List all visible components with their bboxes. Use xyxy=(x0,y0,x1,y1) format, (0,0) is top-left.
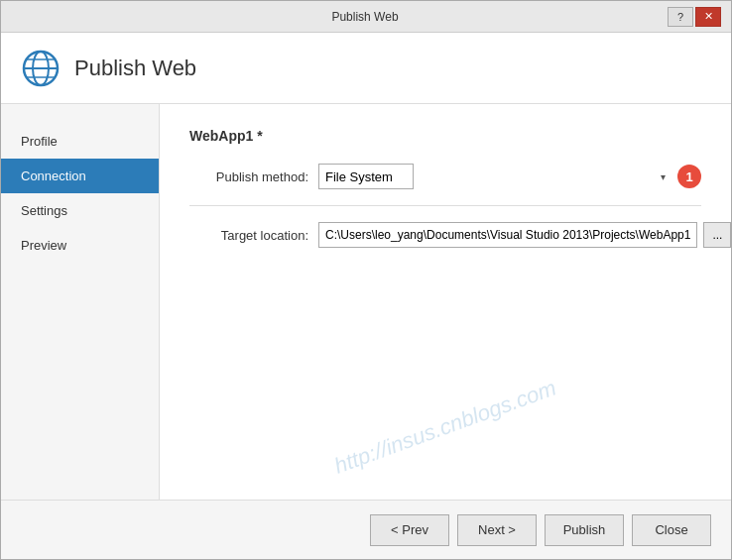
close-button[interactable]: Close xyxy=(632,514,711,546)
target-location-row: Target location: C:\Users\leo_yang\Docum… xyxy=(189,222,701,248)
publish-button[interactable]: Publish xyxy=(545,514,624,546)
sidebar-item-settings[interactable]: Settings xyxy=(1,193,159,228)
next-button[interactable]: Next > xyxy=(457,514,537,546)
sidebar-item-preview[interactable]: Preview xyxy=(1,228,159,263)
publish-method-dropdown-wrapper: File System ▾ xyxy=(318,164,671,189)
help-button[interactable]: ? xyxy=(668,7,693,27)
watermark: http://insus.cnblogs.com xyxy=(331,375,560,479)
publish-method-row: Publish method: File System ▾ 1 xyxy=(189,164,701,189)
header-title: Publish Web xyxy=(74,56,196,81)
content-area: Profile Connection Settings Preview WebA… xyxy=(1,104,731,500)
dialog-header: Publish Web xyxy=(1,33,731,104)
prev-button[interactable]: < Prev xyxy=(370,514,449,546)
sidebar: Profile Connection Settings Preview xyxy=(1,104,160,500)
dialog-title: Publish Web xyxy=(62,10,668,24)
badge-1: 1 xyxy=(677,165,701,188)
dropdown-arrow-icon: ▾ xyxy=(661,171,666,182)
target-location-label: Target location: xyxy=(189,228,308,243)
close-title-button[interactable]: ✕ xyxy=(695,7,721,27)
title-bar-controls: ? ✕ xyxy=(668,7,721,27)
publish-web-dialog: Publish Web ? ✕ Publish Web Profile Co xyxy=(0,0,732,560)
main-panel: WebApp1 * Publish method: File System ▾ … xyxy=(160,104,731,500)
separator xyxy=(189,205,701,206)
dialog-footer: < Prev Next > Publish Close xyxy=(1,500,731,559)
publish-method-label: Publish method: xyxy=(189,169,308,184)
browse-button[interactable]: ... xyxy=(703,222,731,248)
sidebar-item-connection[interactable]: Connection xyxy=(1,159,159,193)
section-title: WebApp1 * xyxy=(189,128,701,144)
publish-method-control: File System ▾ 1 xyxy=(318,164,701,189)
target-location-input[interactable]: C:\Users\leo_yang\Documents\Visual Studi… xyxy=(318,222,697,248)
target-location-control: C:\Users\leo_yang\Documents\Visual Studi… xyxy=(318,222,731,248)
publish-method-dropdown[interactable]: File System xyxy=(318,164,414,189)
sidebar-item-profile[interactable]: Profile xyxy=(1,124,159,159)
title-bar: Publish Web ? ✕ xyxy=(1,1,731,33)
globe-icon xyxy=(21,49,61,88)
